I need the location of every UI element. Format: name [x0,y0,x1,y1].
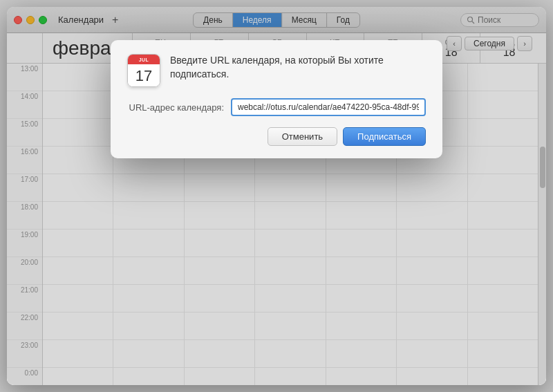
icon-month: JUL [128,55,160,64]
modal-overlay: JUL 17 Введите URL календаря, на который… [7,7,546,385]
url-form-row: URL-адрес календаря: [127,98,426,116]
main-window: Календари + День Неделя Месяц Год [7,7,546,385]
modal-header: JUL 17 Введите URL календаря, на который… [127,54,426,87]
subscribe-dialog: JUL 17 Введите URL календаря, на который… [111,40,442,158]
url-label: URL-адрес календаря: [127,102,224,113]
modal-title: Введите URL календаря, на который Вы хот… [170,54,426,81]
subscribe-button[interactable]: Подписаться [343,127,426,146]
url-input[interactable] [231,98,426,116]
calendar-icon: JUL 17 [127,54,160,87]
cancel-button[interactable]: Отменить [268,127,337,146]
icon-day: 17 [128,64,160,87]
modal-buttons: Отменить Подписаться [127,127,426,146]
